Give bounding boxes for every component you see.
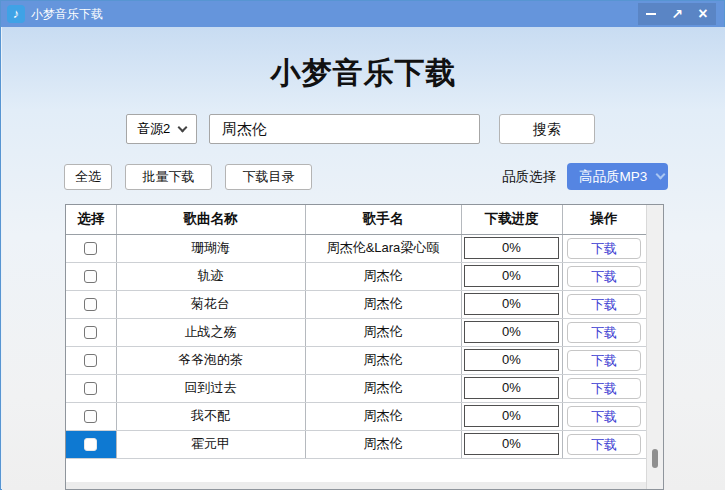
table-row[interactable]: 霍元甲周杰伦0%下载 [66, 430, 646, 458]
horizontal-scrollbar[interactable] [66, 482, 648, 489]
artist-cell: 周杰伦 [305, 262, 461, 290]
song-name-cell: 止战之殇 [116, 318, 305, 346]
action-cell: 下载 [562, 402, 646, 430]
column-header-4: 操作 [562, 205, 646, 234]
table-header-row: 选择歌曲名称歌手名下载进度操作 [66, 205, 646, 234]
action-cell: 下载 [562, 374, 646, 402]
artist-cell: 周杰伦 [305, 374, 461, 402]
maximize-button[interactable]: ↗ [664, 3, 690, 25]
row-checkbox[interactable] [84, 382, 97, 395]
table-row[interactable]: 轨迹周杰伦0%下载 [66, 262, 646, 290]
download-button[interactable]: 下载 [567, 350, 641, 371]
search-input[interactable] [209, 114, 480, 144]
column-header-3: 下载进度 [461, 205, 562, 234]
progress-box: 0% [464, 237, 559, 259]
download-button[interactable]: 下载 [567, 238, 641, 259]
song-name-cell: 回到过去 [116, 374, 305, 402]
download-button[interactable]: 下载 [567, 322, 641, 343]
progress-box: 0% [464, 321, 559, 343]
progress-cell: 0% [461, 430, 562, 458]
artist-cell: 周杰伦 [305, 346, 461, 374]
row-checkbox[interactable] [84, 438, 97, 451]
quality-select-value: 高品质MP3 [579, 168, 647, 186]
main-content: 小梦音乐下载 音源2 搜索 全选 批量下载 下载目录 品质选择 高品质MP3 选… [2, 27, 725, 490]
song-name-cell: 霍元甲 [116, 430, 305, 458]
song-name-cell: 轨迹 [116, 262, 305, 290]
action-cell: 下载 [562, 346, 646, 374]
row-checkbox[interactable] [84, 354, 97, 367]
close-icon: × [698, 5, 707, 23]
song-table-body: 珊瑚海周杰伦&Lara梁心颐0%下载轨迹周杰伦0%下载菊花台周杰伦0%下载止战之… [66, 234, 646, 458]
app-window: ♪ 小梦音乐下载 ↗ × 小梦音乐下载 音源2 搜索 全选 批量下载 下载目录 … [0, 0, 725, 490]
search-button[interactable]: 搜索 [499, 114, 595, 144]
action-cell: 下载 [562, 290, 646, 318]
progress-cell: 0% [461, 290, 562, 318]
select-cell[interactable] [66, 402, 116, 430]
artist-cell: 周杰伦 [305, 318, 461, 346]
table-row[interactable]: 我不配周杰伦0%下载 [66, 402, 646, 430]
download-button[interactable]: 下载 [567, 378, 641, 399]
column-header-2: 歌手名 [305, 205, 461, 234]
artist-cell: 周杰伦 [305, 290, 461, 318]
table-row[interactable]: 爷爷泡的茶周杰伦0%下载 [66, 346, 646, 374]
song-grid: 选择歌曲名称歌手名下载进度操作 珊瑚海周杰伦&Lara梁心颐0%下载轨迹周杰伦0… [65, 204, 664, 490]
progress-box: 0% [464, 377, 559, 399]
batch-download-button[interactable]: 批量下载 [125, 164, 212, 190]
table-row[interactable]: 止战之殇周杰伦0%下载 [66, 318, 646, 346]
download-directory-button[interactable]: 下载目录 [225, 164, 312, 190]
select-cell[interactable] [66, 290, 116, 318]
row-checkbox[interactable] [84, 298, 97, 311]
table-row[interactable]: 珊瑚海周杰伦&Lara梁心颐0%下载 [66, 234, 646, 262]
table-row[interactable]: 菊花台周杰伦0%下载 [66, 290, 646, 318]
download-button[interactable]: 下载 [567, 294, 641, 315]
maximize-icon: ↗ [671, 6, 683, 22]
minimize-button[interactable] [638, 3, 664, 25]
progress-cell: 0% [461, 234, 562, 262]
vertical-scrollbar[interactable] [646, 205, 663, 489]
progress-cell: 0% [461, 318, 562, 346]
scrollbar-thumb[interactable] [652, 449, 658, 468]
source-select-value: 音源2 [137, 120, 170, 138]
action-cell: 下载 [562, 234, 646, 262]
row-checkbox[interactable] [84, 410, 97, 423]
select-cell[interactable] [66, 318, 116, 346]
table-row[interactable]: 回到过去周杰伦0%下载 [66, 374, 646, 402]
progress-box: 0% [464, 433, 559, 455]
page-title: 小梦音乐下载 [2, 53, 725, 94]
progress-box: 0% [464, 349, 559, 371]
minimize-icon [646, 13, 656, 15]
song-table: 选择歌曲名称歌手名下载进度操作 珊瑚海周杰伦&Lara梁心颐0%下载轨迹周杰伦0… [66, 205, 647, 459]
progress-box: 0% [464, 293, 559, 315]
action-cell: 下载 [562, 318, 646, 346]
action-cell: 下载 [562, 430, 646, 458]
song-name-cell: 爷爷泡的茶 [116, 346, 305, 374]
row-checkbox[interactable] [84, 326, 97, 339]
select-all-button[interactable]: 全选 [64, 164, 112, 190]
close-button[interactable]: × [690, 3, 716, 25]
source-select[interactable]: 音源2 [126, 114, 197, 144]
select-cell[interactable] [66, 234, 116, 262]
song-name-cell: 珊瑚海 [116, 234, 305, 262]
row-checkbox[interactable] [84, 242, 97, 255]
titlebar: ♪ 小梦音乐下载 ↗ × [1, 1, 724, 27]
song-name-cell: 我不配 [116, 402, 305, 430]
progress-box: 0% [464, 405, 559, 427]
select-cell[interactable] [66, 430, 116, 458]
artist-cell: 周杰伦 [305, 402, 461, 430]
progress-cell: 0% [461, 346, 562, 374]
select-cell[interactable] [66, 346, 116, 374]
quality-select[interactable]: 高品质MP3 [567, 163, 668, 190]
artist-cell: 周杰伦 [305, 430, 461, 458]
select-cell[interactable] [66, 374, 116, 402]
select-cell[interactable] [66, 262, 116, 290]
chevron-down-icon [178, 122, 188, 132]
download-button[interactable]: 下载 [567, 266, 641, 287]
download-button[interactable]: 下载 [567, 406, 641, 427]
row-checkbox[interactable] [84, 270, 97, 283]
progress-box: 0% [464, 265, 559, 287]
song-name-cell: 菊花台 [116, 290, 305, 318]
progress-cell: 0% [461, 374, 562, 402]
column-header-0: 选择 [66, 205, 116, 234]
progress-cell: 0% [461, 402, 562, 430]
download-button[interactable]: 下载 [567, 434, 641, 455]
